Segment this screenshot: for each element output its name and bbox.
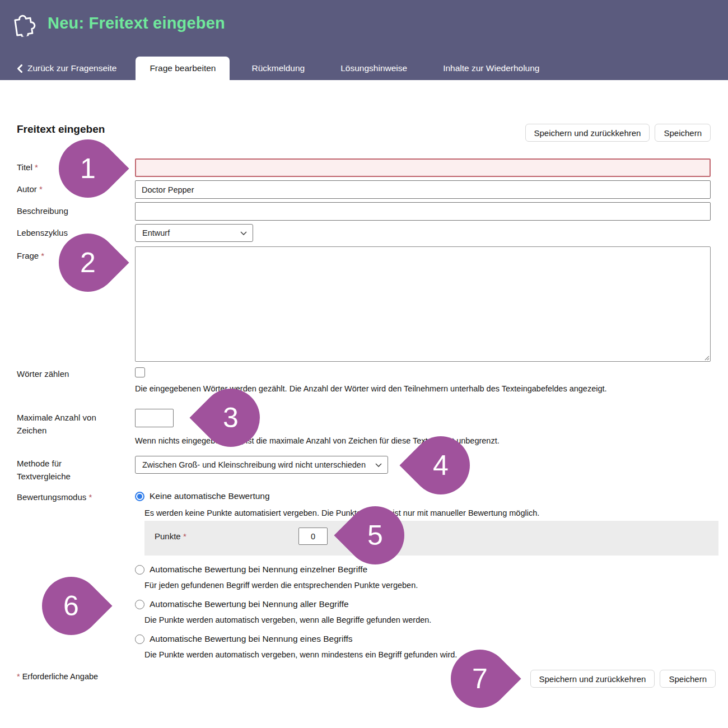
radio-nennung-einzelner-begriffe[interactable]: Automatische Bewertung bei Nennung einze…: [135, 564, 367, 575]
required-asterisk: *: [39, 184, 43, 194]
max-zeichen-input[interactable]: [135, 409, 174, 427]
radio-icon[interactable]: [135, 634, 144, 644]
autor-input[interactable]: [135, 180, 711, 199]
save-and-return-button-top[interactable]: Speichern und zurückkehren: [525, 124, 650, 142]
methode-label: Methode für Textvergleiche: [17, 458, 115, 483]
brand: Neu: Freitext eingeben: [11, 10, 225, 36]
radio-keine-automatische-bewertung[interactable]: Keine automatische Bewertung: [135, 491, 270, 501]
annotation-marker-7: 7: [438, 637, 521, 720]
annotation-marker-6: 6: [30, 564, 112, 647]
tab-loesungshinweise[interactable]: Lösungshinweise: [326, 57, 421, 80]
radio-description: Die Punkte werden automatisch vergeben, …: [144, 650, 457, 659]
save-button-bottom[interactable]: Speichern: [660, 670, 716, 688]
required-asterisk: *: [35, 162, 38, 172]
resize-gripper-icon[interactable]: [703, 354, 710, 361]
punkte-input[interactable]: [298, 528, 328, 545]
radio-nennung-eines-begriffs[interactable]: Automatische Bewertung bei Nennung eines…: [135, 634, 352, 644]
annotation-number: 2: [59, 234, 117, 292]
frage-textarea-wrap: [135, 246, 711, 362]
tab-label: Lösungshinweise: [340, 63, 407, 73]
methode-select[interactable]: Zwischen Groß- und Kleinschreibung wird …: [135, 456, 388, 474]
required-asterisk: *: [41, 251, 44, 260]
tab-label: Rückmeldung: [251, 63, 305, 73]
required-note: * Erforderliche Angabe: [17, 672, 98, 681]
annotation-number: 6: [42, 577, 100, 635]
chevron-left-icon: [17, 64, 22, 73]
methode-value: Zwischen Groß- und Kleinschreibung wird …: [142, 460, 366, 469]
chevron-down-icon: [240, 231, 247, 235]
annotation-number: 5: [346, 506, 404, 564]
annotation-marker-5: 5: [334, 494, 416, 576]
annotation-marker-4: 4: [399, 424, 482, 506]
woerter-zaehlen-checkbox[interactable]: [135, 367, 145, 377]
page: Neu: Freitext eingeben Zurück zur Fragen…: [0, 0, 728, 728]
annotation-number: 7: [451, 650, 509, 708]
beschreibung-input[interactable]: [135, 202, 711, 221]
radio-description: Es werden keine Punkte automatisiert ver…: [144, 508, 539, 517]
page-header-title: Neu: Freitext eingeben: [48, 14, 225, 32]
radio-nennung-aller-begriffe[interactable]: Automatische Bewertung bei Nennung aller…: [135, 599, 349, 609]
back-to-question-page-link[interactable]: Zurück zur Fragenseite: [17, 57, 121, 80]
titel-input[interactable]: [135, 158, 711, 177]
tab-label: Inhalte zur Wiederholung: [443, 63, 539, 73]
max-zeichen-label: Maximale Anzahl von Zeichen: [17, 412, 115, 437]
required-asterisk: *: [88, 492, 92, 502]
radio-icon[interactable]: [135, 600, 144, 609]
bewertungsmodus-label: Bewertungsmodus *: [17, 491, 115, 504]
punkte-panel: Punkte *: [144, 521, 718, 556]
save-and-return-button-bottom[interactable]: Speichern und zurückkehren: [530, 670, 655, 688]
radio-description: Die Punkte werden automatisch vergeben, …: [144, 615, 431, 624]
annotation-number: 4: [412, 436, 470, 494]
save-button-top[interactable]: Speichern: [655, 124, 711, 142]
back-link-label: Zurück zur Fragenseite: [27, 63, 116, 73]
lebenszyklus-select[interactable]: Entwurf: [135, 224, 253, 242]
radio-description: Für jeden gefundenen Begriff werden die …: [144, 581, 418, 590]
bottom-button-group: Speichern und zurückkehren Speichern: [530, 670, 716, 688]
punkte-label: Punkte *: [155, 530, 267, 543]
beschreibung-label: Beschreibung: [17, 205, 115, 218]
form-title: Freitext eingeben: [17, 123, 105, 136]
tab-label: Frage bearbeiten: [150, 63, 216, 73]
radio-selected-icon[interactable]: [135, 492, 144, 501]
annotation-marker-3: 3: [189, 376, 272, 459]
annotation-marker-1: 1: [46, 127, 129, 209]
chevron-down-icon: [375, 463, 382, 467]
woerter-zaehlen-label: Wörter zählen: [17, 368, 115, 381]
lebenszyklus-value: Entwurf: [142, 228, 170, 237]
tab-inhalte-wiederholung[interactable]: Inhalte zur Wiederholung: [429, 57, 553, 80]
tab-frage-bearbeiten[interactable]: Frage bearbeiten: [136, 57, 230, 80]
annotation-marker-2: 2: [46, 221, 129, 304]
tab-rueckmeldung[interactable]: Rückmeldung: [237, 57, 319, 80]
annotation-number: 3: [202, 389, 260, 447]
header-bar: Neu: Freitext eingeben Zurück zur Fragen…: [0, 0, 728, 80]
top-button-group: Speichern und zurückkehren Speichern: [525, 124, 711, 142]
puzzle-icon: [10, 8, 39, 38]
radio-icon[interactable]: [135, 565, 144, 575]
annotation-number: 1: [59, 139, 117, 198]
required-asterisk: *: [17, 672, 20, 681]
tab-bar: Zurück zur Fragenseite Frage bearbeiten …: [0, 57, 728, 80]
required-asterisk: *: [183, 531, 186, 541]
frage-textarea[interactable]: [135, 246, 711, 362]
